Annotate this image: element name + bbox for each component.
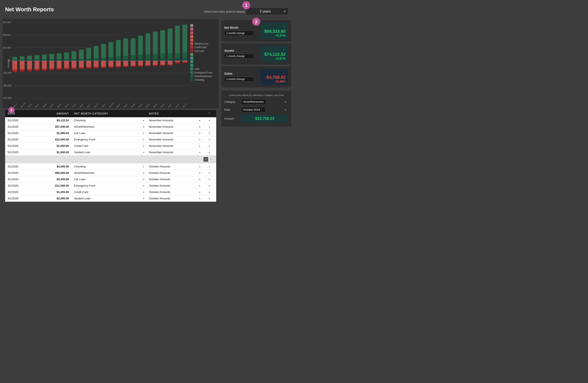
bar-segment	[175, 61, 180, 62]
legend-box	[190, 49, 193, 52]
bar-segment	[20, 60, 25, 61]
cell-amount: $1,988.92	[35, 130, 71, 136]
cell-notes[interactable]: November Amounts ▼	[147, 117, 202, 124]
cell-category[interactable]: Credit Card ▼	[71, 143, 147, 149]
cell-category[interactable]: Car Loan ▼	[71, 176, 147, 183]
cell-amount: $11,000.00	[35, 183, 71, 189]
bar-segment	[20, 56, 25, 57]
cell-amount: $1,800.00	[35, 149, 71, 155]
assets-change-dropdown[interactable]: 1-month change 3-month change 6-month ch…	[224, 54, 254, 59]
bar-segment	[175, 62, 180, 63]
legend-box	[190, 39, 193, 42]
cell-amount: $12,000.00	[35, 136, 71, 143]
bar-segment	[131, 61, 136, 66]
cell-notes[interactable]: October Amounts ▼	[147, 189, 202, 195]
bar-segment	[123, 39, 128, 56]
stat-left-debts: Debts 1-month change 3-month change 6-mo…	[224, 72, 258, 82]
legend-box	[190, 24, 193, 27]
cell-notes[interactable]: October Amounts ▼	[147, 183, 202, 189]
x-axis-label: November 2019	[138, 102, 144, 108]
category-dropdown-arrow: ▼	[143, 191, 145, 193]
cell-category[interactable]: 401k/Retirement ▼	[71, 170, 147, 176]
cell-category[interactable]: Student Loan ▼	[71, 149, 147, 155]
legend-item: Credit Card	[190, 46, 214, 49]
bar-segment	[153, 65, 158, 66]
legend-item: Checking	[190, 78, 214, 81]
bar-segment	[146, 34, 150, 54]
notes-dropdown-arrow: ▼	[199, 126, 201, 128]
cell-category[interactable]: Emergency Fund ▼	[71, 136, 147, 143]
lookup-category-row: Category 401k/Retirement Checking Credit…	[224, 99, 288, 105]
table-body: 5/1/2020 $5,122.52 Checking ▼ November A…	[5, 117, 216, 202]
cell-notes[interactable]: November Amounts ▼	[147, 124, 202, 130]
cell-date: 4/1/2020	[5, 195, 35, 202]
cell-notes[interactable]: October Amounts ▼	[147, 170, 202, 176]
bar-segment	[101, 44, 106, 44]
lookup-date-dropdown[interactable]: October 2019 June 2018 July 2018 August …	[241, 107, 266, 113]
year-selector-dropdown[interactable]: 2 years 1 year 3 years 5 years	[246, 8, 289, 15]
bar-segment	[79, 50, 84, 59]
cell-category[interactable]: Car Loan ▼	[71, 130, 147, 136]
cell-category[interactable]: Student Loan ▼	[71, 195, 147, 202]
x-axis-label: May 2020	[182, 102, 188, 108]
bar-segment	[12, 70, 17, 72]
legend-label: .	[194, 24, 195, 27]
legend-label: HSA	[194, 68, 199, 70]
cell-notes[interactable]: November Amounts ▼	[147, 149, 202, 155]
legend-box	[190, 28, 193, 31]
bar-segment	[138, 61, 143, 65]
cell-category[interactable]: Checking ▼	[71, 163, 147, 170]
legend-box	[190, 71, 193, 74]
cell-amount: $5,122.52	[35, 117, 71, 124]
cell-notes[interactable]: October Amounts ▼	[147, 195, 202, 202]
bar-segment	[146, 59, 150, 61]
bar-segment	[175, 26, 180, 26]
bar-segment	[27, 61, 32, 69]
bar-segment	[153, 32, 158, 32]
cell-notes[interactable]: October Amounts ▼	[147, 163, 202, 170]
cell-notes[interactable]: November Amounts ▼	[147, 130, 202, 136]
bar-segment	[116, 41, 121, 57]
cell-notes[interactable]: November Amounts ▼	[147, 136, 202, 143]
bar-segment	[35, 59, 39, 61]
bar-segment	[35, 55, 39, 56]
bar-segment	[86, 61, 91, 67]
cell-category[interactable]: Emergency Fund ▼	[71, 183, 147, 189]
legend-box	[190, 57, 193, 60]
cell-category[interactable]: 401k/Retirement ▼	[71, 124, 147, 130]
bar-segment	[138, 55, 143, 59]
cell-category[interactable]: Checking ▼	[71, 117, 147, 124]
table-header-row: DATE 3 AMOUNT NET WORTH CATEGORY NOTES *	[5, 110, 216, 117]
bar-segment	[175, 26, 180, 53]
category-dropdown-arrow: ▼	[143, 145, 145, 147]
bar-segment	[94, 67, 99, 68]
bar-segment	[138, 66, 143, 67]
x-axis-label: June 2019	[101, 102, 107, 108]
x-axis-label: December 2018	[57, 102, 63, 108]
cell-action: ▼	[202, 136, 216, 143]
x-axis-label: June 2018	[13, 102, 19, 108]
notes-dropdown-arrow: ▼	[199, 151, 201, 153]
bar-segment	[123, 56, 128, 59]
bar-segment	[101, 67, 106, 67]
x-labels: June 2018July 2018August 2018September 2…	[11, 99, 189, 106]
bar-segment	[116, 40, 121, 41]
lookup-date-label: Date	[224, 108, 239, 111]
cell-notes[interactable]: October Amounts ▼	[147, 176, 202, 183]
legend-item: .	[190, 60, 214, 63]
cell-action: ▼	[202, 149, 216, 155]
bar-segment	[182, 25, 187, 53]
bar-segment	[160, 30, 165, 31]
bar-segment	[94, 67, 99, 67]
bar-segment	[182, 58, 187, 61]
legend-label: Emergency Fund	[194, 71, 212, 74]
bar-segment	[71, 51, 76, 59]
debts-change-dropdown[interactable]: 1-month change 3-month change 6-month ch…	[224, 77, 254, 82]
cell-notes[interactable]: November Amounts ▼	[147, 143, 202, 149]
cell-category[interactable]: Credit Card ▼	[71, 189, 147, 195]
bar-segment	[101, 67, 106, 68]
lookup-category-dropdown[interactable]: 401k/Retirement Checking Credit Card Car…	[241, 99, 266, 105]
legend-item: Emergency Fund	[190, 71, 214, 74]
add-row-icon[interactable]: +	[203, 157, 208, 162]
net-worth-change-dropdown[interactable]: 1-month change 3-month change 6-month ch…	[224, 31, 254, 36]
